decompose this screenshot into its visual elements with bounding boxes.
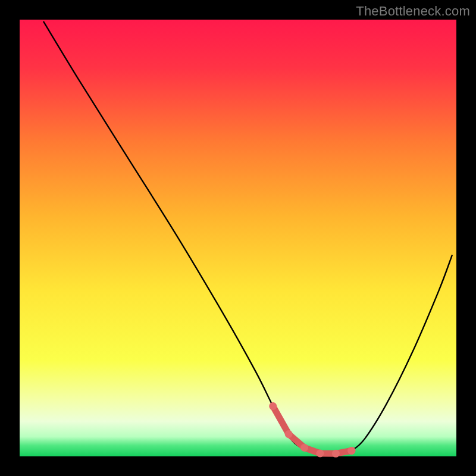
- plot-background: [20, 20, 456, 456]
- optimal-range-dot: [269, 402, 277, 410]
- optimal-range-dot: [332, 450, 340, 458]
- optimal-range-dot: [285, 430, 293, 438]
- optimal-range-dot: [300, 444, 308, 452]
- bottleneck-chart: [0, 0, 476, 476]
- watermark-text: TheBottleneck.com: [356, 4, 470, 19]
- optimal-range-end-dot: [347, 447, 355, 455]
- optimal-range-dot: [316, 450, 324, 458]
